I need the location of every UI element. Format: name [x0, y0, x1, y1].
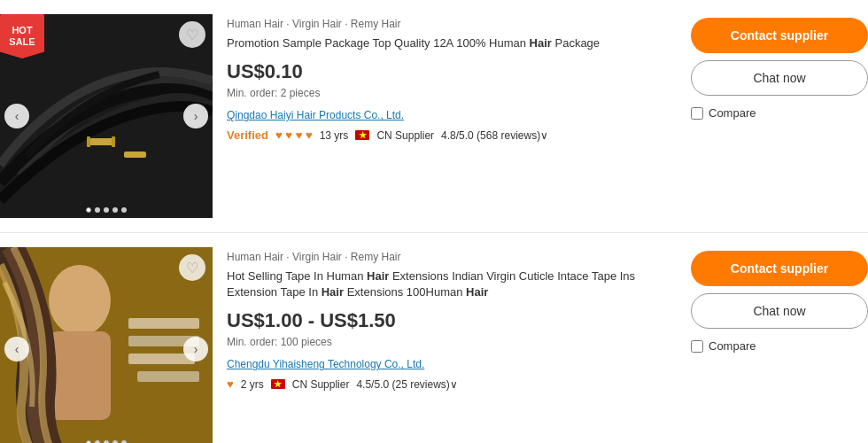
image-next-button[interactable]: ›: [183, 104, 208, 128]
hot-sale-line2: SALE: [9, 36, 35, 48]
product-title: Hot Selling Tape In Human Hair Extension…: [227, 268, 677, 300]
chat-now-button[interactable]: Chat now: [691, 60, 868, 96]
image-prev-button[interactable]: ‹: [4, 337, 29, 361]
image-next-button[interactable]: ›: [183, 337, 208, 361]
product-card-2: ♡‹›Human Hair · Virgin Hair · Remy HairH…: [0, 233, 868, 443]
supplier-name[interactable]: Chengdu Yihaisheng Technology Co., Ltd.: [227, 358, 424, 370]
svg-rect-2: [87, 136, 90, 147]
supplier-years: 2 yrs: [241, 378, 264, 391]
svg-rect-3: [112, 136, 115, 147]
supplier-hearts: ♥ ♥ ♥ ♥: [275, 128, 313, 142]
product-image-container: ♡‹›: [0, 247, 213, 443]
svg-rect-1: [89, 138, 115, 145]
svg-rect-7: [49, 331, 111, 420]
compare-row: Compare: [691, 336, 868, 356]
compare-row: Compare: [691, 103, 868, 123]
svg-rect-4: [124, 152, 146, 158]
supplier-name[interactable]: Qingdao Haiyi Hair Products Co., Ltd.: [227, 109, 404, 121]
hot-sale-line1: HOT: [12, 25, 32, 36]
product-info: Human Hair · Virgin Hair · Remy HairProm…: [213, 14, 691, 218]
image-dots: [86, 207, 127, 213]
product-price: US$0.10: [227, 60, 677, 83]
verified-badge: Verified: [227, 128, 268, 142]
supplier-type: CN Supplier: [292, 378, 350, 391]
product-image-container: HOTSALE ♡‹›: [0, 14, 213, 218]
hot-sale-badge: HOTSALE: [0, 14, 44, 58]
supplier-rating[interactable]: 4.5/5.0 (25 reviews)∨: [356, 378, 457, 391]
contact-supplier-button[interactable]: Contact supplier: [691, 18, 868, 53]
wishlist-button[interactable]: ♡: [179, 254, 205, 281]
dot[interactable]: [104, 207, 109, 213]
dot[interactable]: [121, 207, 127, 213]
supplier-info-row: Verified♥ ♥ ♥ ♥13 yrs★CN Supplier4.8/5.0…: [227, 128, 677, 142]
country-flag: ★: [355, 130, 369, 140]
dot[interactable]: [86, 207, 91, 213]
compare-checkbox[interactable]: [691, 340, 703, 353]
supplier-years: 13 yrs: [320, 129, 349, 142]
product-info: Human Hair · Virgin Hair · Remy HairHot …: [213, 247, 691, 443]
product-image: [0, 247, 213, 443]
svg-point-6: [49, 265, 111, 336]
product-actions: Contact supplierChat nowCompare: [691, 14, 868, 218]
product-card-1: HOTSALE ♡‹›Human Hair · Virgin Hair · Re…: [0, 0, 868, 233]
supplier-rating[interactable]: 4.8/5.0 (568 reviews)∨: [441, 129, 548, 142]
product-actions: Contact supplierChat nowCompare: [691, 247, 868, 443]
dot[interactable]: [112, 207, 118, 213]
product-price: US$1.00 - US$1.50: [227, 309, 677, 332]
country-flag: ★: [271, 379, 285, 389]
supplier-hearts: ♥: [227, 377, 234, 391]
wishlist-button[interactable]: ♡: [179, 21, 205, 48]
compare-label: Compare: [709, 339, 756, 353]
compare-checkbox[interactable]: [691, 107, 703, 120]
chat-now-button[interactable]: Chat now: [691, 293, 868, 329]
product-tags: Human Hair · Virgin Hair · Remy Hair: [227, 251, 677, 263]
svg-rect-8: [128, 318, 199, 329]
min-order: Min. order: 2 pieces: [227, 87, 677, 99]
supplier-info-row: ♥2 yrs★CN Supplier4.5/5.0 (25 reviews)∨: [227, 377, 677, 391]
image-prev-button[interactable]: ‹: [4, 104, 29, 128]
supplier-type: CN Supplier: [376, 129, 434, 142]
compare-label: Compare: [709, 106, 756, 120]
svg-rect-11: [137, 371, 199, 382]
min-order: Min. order: 100 pieces: [227, 336, 677, 348]
product-tags: Human Hair · Virgin Hair · Remy Hair: [227, 18, 677, 30]
product-title: Promotion Sample Package Top Quality 12A…: [227, 35, 677, 51]
dot[interactable]: [95, 207, 100, 213]
contact-supplier-button[interactable]: Contact supplier: [691, 251, 868, 286]
